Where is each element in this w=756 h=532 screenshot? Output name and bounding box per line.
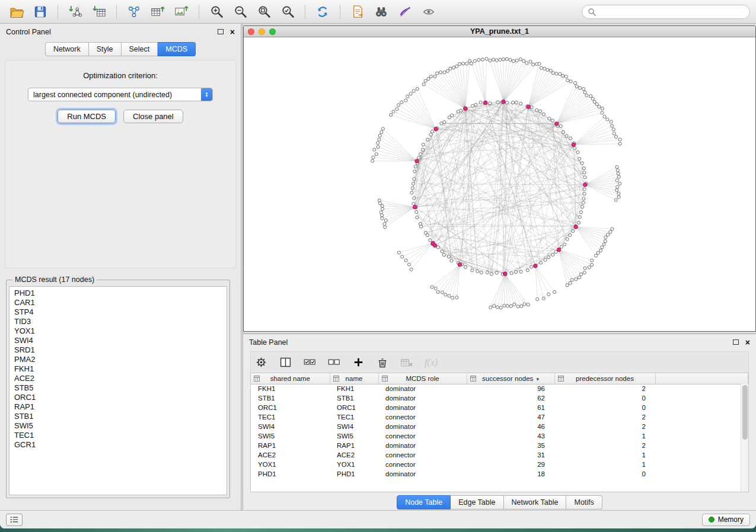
mcds-result-item[interactable]: RAP1: [9, 402, 227, 412]
table-cell[interactable]: dominator: [378, 393, 467, 403]
mcds-result-item[interactable]: TEC1: [9, 431, 227, 440]
mcds-result-item[interactable]: STB1: [9, 412, 227, 421]
mcds-result-item[interactable]: STB5: [9, 383, 227, 393]
table-cell[interactable]: connector: [378, 460, 467, 469]
run-mcds-button[interactable]: Run MCDS: [58, 110, 116, 123]
close-panel-icon[interactable]: ×: [745, 338, 750, 347]
table-row[interactable]: RAP1RAP1dominator352: [251, 441, 748, 450]
table-cell[interactable]: 96: [467, 384, 554, 393]
table-cell[interactable]: YOX1: [251, 460, 330, 469]
table-cell[interactable]: SWI4: [251, 422, 330, 431]
close-panel-icon[interactable]: ×: [230, 28, 235, 36]
table-row[interactable]: YOX1YOX1connector291: [251, 460, 748, 469]
network-canvas[interactable]: [244, 37, 755, 331]
table-cell[interactable]: 2: [554, 412, 655, 422]
scrollbar-thumb[interactable]: [742, 385, 748, 440]
zoom-fit-button[interactable]: [253, 2, 275, 21]
apply-layout-button[interactable]: [312, 2, 333, 21]
table-cell[interactable]: SWI5: [251, 431, 330, 441]
column-header-shared-name[interactable]: shared name: [251, 373, 330, 384]
close-panel-button[interactable]: Close panel: [123, 110, 183, 123]
table-cell[interactable]: ACE2: [330, 450, 378, 460]
export-image-button[interactable]: [171, 2, 192, 21]
mcds-result-item[interactable]: YOX1: [9, 326, 227, 336]
table-row[interactable]: SWI4SWI4dominator462: [251, 422, 748, 431]
table-cell[interactable]: RAP1: [330, 441, 378, 450]
traffic-close-icon[interactable]: [248, 28, 254, 35]
traffic-minimize-icon[interactable]: [259, 28, 265, 35]
table-cell[interactable]: dominator: [378, 441, 467, 450]
task-history-button[interactable]: [6, 514, 23, 526]
tab-network[interactable]: Network: [45, 42, 89, 56]
table-cell[interactable]: 1: [554, 460, 655, 469]
import-network-button[interactable]: [65, 2, 86, 21]
mcds-result-item[interactable]: CAR1: [9, 298, 227, 307]
table-cell[interactable]: 31: [467, 450, 554, 460]
table-scrollbar[interactable]: [741, 384, 748, 492]
tab-mcds[interactable]: MCDS: [158, 42, 196, 56]
create-column-button[interactable]: [350, 355, 366, 370]
memory-button[interactable]: Memory: [702, 514, 750, 526]
delete-table-button[interactable]: [399, 355, 414, 370]
import-table-button[interactable]: [88, 2, 110, 21]
table-cell[interactable]: 1: [554, 431, 655, 441]
new-network-button[interactable]: [123, 2, 145, 21]
copy-style-button[interactable]: [347, 2, 368, 21]
table-cell[interactable]: connector: [378, 412, 467, 422]
mcds-result-item[interactable]: TID3: [9, 317, 227, 326]
table-cell[interactable]: 61: [467, 403, 554, 412]
table-cell[interactable]: RAP1: [251, 441, 330, 450]
table-cell[interactable]: STB1: [330, 393, 378, 403]
mcds-result-item[interactable]: PMA2: [9, 355, 227, 364]
table-row[interactable]: SWI5SWI5connector431: [251, 431, 748, 441]
table-cell[interactable]: 2: [554, 441, 655, 450]
mcds-result-item[interactable]: SRD1: [9, 345, 227, 355]
save-session-button[interactable]: [30, 2, 51, 21]
table-cell[interactable]: YOX1: [330, 460, 378, 469]
function-builder-button[interactable]: f(x): [423, 355, 439, 370]
tab-node-table[interactable]: Node Table: [397, 495, 451, 509]
table-cell[interactable]: dominator: [378, 422, 467, 431]
table-cell[interactable]: 2: [554, 384, 655, 393]
zoom-in-button[interactable]: [206, 2, 227, 21]
table-cell[interactable]: dominator: [378, 469, 467, 479]
table-row[interactable]: PHD1PHD1dominator180: [251, 469, 748, 479]
table-cell[interactable]: STB1: [251, 393, 330, 403]
table-cell[interactable]: 43: [467, 431, 554, 441]
table-cell[interactable]: 1: [554, 450, 655, 460]
table-cell[interactable]: 29: [467, 460, 554, 469]
table-cell[interactable]: FKH1: [330, 384, 378, 393]
mcds-result-item[interactable]: STP4: [9, 307, 227, 317]
column-header-MCDS-role[interactable]: MCDS role: [378, 373, 467, 384]
tab-edge-table[interactable]: Edge Table: [451, 495, 503, 509]
optimization-criterion-select[interactable]: largest connected component (undirected)…: [28, 88, 213, 101]
table-cell[interactable]: dominator: [378, 384, 467, 393]
table-cell[interactable]: 0: [554, 403, 655, 412]
zoom-selected-button[interactable]: [277, 2, 298, 21]
mcds-result-item[interactable]: PHD1: [9, 289, 227, 298]
mcds-result-item[interactable]: ACE2: [9, 374, 227, 383]
table-cell[interactable]: SWI4: [330, 422, 378, 431]
table-cell[interactable]: 2: [554, 422, 655, 431]
show-hide-button[interactable]: [418, 2, 439, 21]
tab-select[interactable]: Select: [122, 42, 158, 56]
table-cell[interactable]: 46: [467, 422, 554, 431]
mcds-result-item[interactable]: SWI5: [9, 421, 227, 431]
column-header-successor-nodes[interactable]: successor nodes▾: [467, 373, 554, 384]
table-cell[interactable]: dominator: [378, 403, 467, 412]
float-panel-icon[interactable]: [218, 29, 224, 34]
column-header-predecessor-nodes[interactable]: predecessor nodes: [554, 373, 655, 384]
table-cell[interactable]: ORC1: [330, 403, 378, 412]
traffic-zoom-icon[interactable]: [269, 28, 276, 35]
table-cell[interactable]: 35: [467, 441, 554, 450]
table-cell[interactable]: PHD1: [251, 469, 330, 479]
first-neighbors-button[interactable]: [371, 2, 392, 21]
tab-motifs[interactable]: Motifs: [566, 495, 602, 509]
table-row[interactable]: ACE2ACE2connector311: [251, 450, 748, 460]
table-row[interactable]: FKH1FKH1dominator962: [251, 384, 748, 393]
table-cell[interactable]: connector: [378, 431, 467, 441]
table-cell[interactable]: TEC1: [330, 412, 378, 422]
table-cell[interactable]: TEC1: [251, 412, 330, 422]
table-row[interactable]: TEC1TEC1connector472: [251, 412, 748, 422]
table-cell[interactable]: 0: [554, 393, 655, 403]
